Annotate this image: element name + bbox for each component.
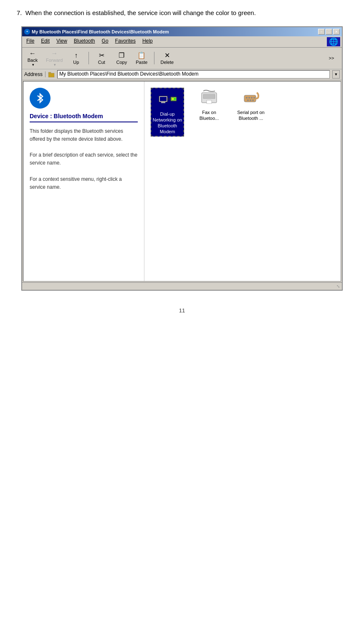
- page-number: 11: [179, 307, 185, 314]
- desc-line-1: This folder displays the Bluetooth servi…: [30, 127, 138, 143]
- content-area: Device : Bluetooth Modem This folder dis…: [23, 81, 341, 281]
- minimize-button[interactable]: −: [318, 29, 325, 35]
- svg-rect-4: [161, 102, 165, 103]
- left-panel: Device : Bluetooth Modem This folder dis…: [23, 81, 144, 281]
- svg-point-16: [253, 97, 255, 99]
- svg-point-8: [174, 98, 176, 100]
- addressbar: Address My Bluetooth Places\Find Bluetoo…: [22, 69, 342, 80]
- copy-label: Copy: [116, 60, 127, 65]
- svg-point-19: [252, 99, 254, 101]
- svg-rect-1: [48, 72, 51, 74]
- close-button[interactable]: ✕: [333, 29, 340, 35]
- bluetooth-symbol: [34, 92, 46, 104]
- address-input[interactable]: My Bluetooth Places\Find Bluetooth Devic…: [57, 70, 330, 79]
- delete-label: Delete: [160, 60, 174, 65]
- up-label: Up: [73, 60, 79, 65]
- page-footer: 11: [17, 307, 347, 314]
- titlebar-left: + My Bluetooth Places\Find Bluetooth Dev…: [24, 29, 169, 35]
- more-button[interactable]: >>: [323, 55, 340, 61]
- left-panel-description: This folder displays the Bluetooth servi…: [30, 127, 138, 192]
- menu-file[interactable]: File: [24, 37, 37, 46]
- copy-button[interactable]: ❐ Copy: [113, 51, 130, 66]
- address-label: Address: [24, 71, 46, 77]
- toolbar: ← Back ▾ → Forward ▾ ↑ Up ✂ Cut ❐ Copy 📋…: [22, 48, 342, 69]
- svg-rect-10: [203, 94, 215, 99]
- bluetooth-device-icon: [30, 88, 51, 109]
- toolbar-separator-1: [88, 52, 89, 64]
- back-dropdown-icon: ▾: [32, 63, 34, 67]
- delete-button[interactable]: ✕ Delete: [159, 51, 175, 66]
- back-label: Back: [28, 58, 38, 63]
- menu-favorites[interactable]: Favorites: [113, 37, 138, 46]
- delete-icon: ✕: [164, 51, 170, 59]
- fax-label: Fax on Bluetoo...: [192, 109, 226, 122]
- serial-label: Serial port on Bluetooth ...: [234, 109, 268, 122]
- resize-grip: ⤡: [336, 284, 340, 289]
- svg-point-15: [251, 97, 253, 99]
- forward-label: Forward: [46, 58, 63, 63]
- more-label: >>: [329, 56, 334, 61]
- step-number: 7.: [17, 9, 22, 16]
- forward-dropdown-icon: ▾: [54, 63, 56, 67]
- windows-explorer-window: + My Bluetooth Places\Find Bluetooth Dev…: [21, 26, 343, 291]
- cut-icon: ✂: [99, 51, 104, 59]
- window-icon: +: [24, 29, 30, 35]
- service-serial[interactable]: Serial port on Bluetooth ...: [234, 88, 268, 122]
- cut-label: Cut: [98, 60, 105, 65]
- svg-point-7: [172, 98, 174, 100]
- svg-rect-3: [160, 97, 167, 101]
- back-icon: ←: [29, 50, 36, 57]
- forward-button[interactable]: → Forward ▾: [44, 49, 64, 68]
- up-icon: ↑: [74, 52, 78, 59]
- svg-rect-11: [207, 100, 212, 104]
- up-button[interactable]: ↑ Up: [68, 51, 84, 66]
- dialup-icon: [157, 89, 177, 109]
- service-dialup[interactable]: Dial-up Networking on Bluetooth Modem: [151, 88, 184, 137]
- svg-point-14: [248, 97, 250, 99]
- dialup-network-svg: [158, 90, 177, 109]
- menu-bluetooth[interactable]: Bluetooth: [71, 37, 98, 46]
- address-dropdown-button[interactable]: ▼: [332, 70, 340, 79]
- restore-button[interactable]: □: [326, 29, 332, 35]
- titlebar-buttons: − □ ✕: [318, 29, 340, 35]
- paste-button[interactable]: 📋 Paste: [133, 51, 150, 66]
- device-title: Device : Bluetooth Modem: [30, 113, 138, 122]
- svg-point-17: [247, 99, 249, 101]
- menu-edit[interactable]: Edit: [38, 37, 52, 46]
- ie-icon: 🌐: [327, 37, 340, 46]
- toolbar-separator-2: [154, 52, 154, 64]
- dialup-label: Dial-up Networking on Bluetooth Modem: [152, 111, 182, 135]
- step-text: 7. When the connection is established, t…: [17, 8, 347, 18]
- desc-line-2: For a brief description of each service,…: [30, 151, 138, 167]
- paste-icon: 📋: [137, 51, 146, 59]
- cut-button[interactable]: ✂ Cut: [93, 51, 110, 66]
- back-button[interactable]: ← Back ▾: [24, 49, 41, 68]
- svg-point-18: [250, 99, 251, 101]
- fax-icon: [199, 88, 219, 108]
- desc-line-3: For a context sensitive menu, right-clic…: [30, 175, 138, 191]
- copy-icon: ❐: [119, 51, 124, 59]
- fax-svg: [200, 89, 218, 107]
- menubar: File Edit View Bluetooth Go Favorites He…: [22, 36, 342, 48]
- right-panel: Dial-up Networking on Bluetooth Modem F: [144, 81, 341, 281]
- address-folder-icon: [48, 71, 55, 78]
- menu-view[interactable]: View: [54, 37, 70, 46]
- titlebar: + My Bluetooth Places\Find Bluetooth Dev…: [22, 27, 342, 36]
- svg-rect-0: [48, 73, 54, 77]
- statusbar: ⤡: [22, 282, 342, 290]
- service-fax[interactable]: Fax on Bluetoo...: [192, 88, 226, 122]
- menu-help[interactable]: Help: [140, 37, 155, 46]
- forward-icon: →: [51, 50, 58, 57]
- window-title: My Bluetooth Places\Find Bluetooth Devic…: [32, 29, 169, 34]
- step-content: When the connection is established, the …: [25, 9, 256, 16]
- paste-label: Paste: [136, 60, 147, 65]
- svg-point-13: [246, 97, 248, 99]
- menu-go[interactable]: Go: [99, 37, 111, 46]
- serial-svg: [242, 89, 260, 107]
- serial-icon: [241, 88, 261, 108]
